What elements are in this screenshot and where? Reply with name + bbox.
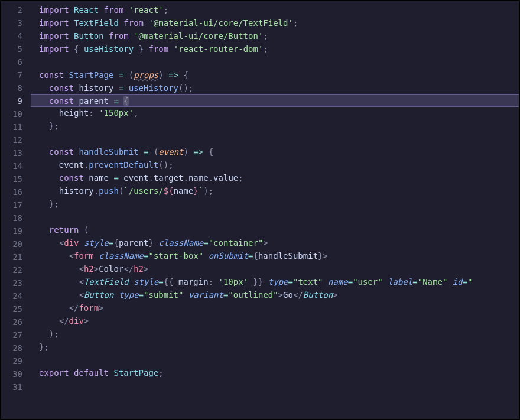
- code-line: <TextField style={{ margin: '10px' }} ty…: [31, 275, 519, 288]
- line-number: 16: [1, 185, 22, 198]
- code-line: event.preventDefault();: [31, 158, 519, 171]
- code-line: </form>: [31, 301, 519, 314]
- line-number: 22: [1, 263, 22, 276]
- code-line: const history = useHistory();: [31, 82, 519, 95]
- code-area[interactable]: import React from 'react'; import TextFi…: [31, 1, 519, 419]
- line-number: 26: [1, 315, 22, 328]
- code-line: import TextField from '@material-ui/core…: [31, 17, 519, 30]
- line-number: 19: [1, 224, 22, 237]
- code-line: [31, 353, 519, 366]
- code-line: <div style={parent} className="container…: [31, 236, 519, 249]
- code-line: import { useHistory } from 'react-router…: [31, 43, 519, 56]
- line-number: 14: [1, 159, 22, 172]
- code-line: import React from 'react';: [31, 4, 519, 17]
- code-line: export default StartPage;: [31, 366, 519, 379]
- line-number: 12: [1, 134, 22, 146]
- code-line: };: [31, 119, 519, 132]
- code-editor: 2345678910111213141516171819202122232425…: [1, 1, 519, 419]
- line-number: 7: [1, 69, 22, 82]
- code-line: [31, 379, 519, 392]
- line-number: 21: [1, 250, 22, 263]
- line-number: 13: [1, 146, 22, 159]
- line-number: 27: [1, 328, 22, 341]
- line-number: 30: [1, 367, 22, 380]
- code-line: const name = event.target.name.value;: [31, 171, 519, 184]
- line-number: 15: [1, 172, 22, 185]
- line-number: 9: [1, 95, 22, 108]
- code-line: import Button from '@material-ui/core/Bu…: [31, 30, 519, 43]
- line-number: 31: [1, 380, 22, 393]
- code-line: );: [31, 327, 519, 340]
- code-line: };: [31, 197, 519, 210]
- code-line: <h2>Color</h2>: [31, 262, 519, 275]
- code-line: history.push(`/users/${name}`);: [31, 184, 519, 197]
- code-line: [31, 210, 519, 223]
- line-number: 3: [1, 17, 22, 30]
- line-number: 11: [1, 121, 22, 134]
- line-number: 20: [1, 237, 22, 250]
- line-number: 18: [1, 211, 22, 224]
- line-number: 23: [1, 276, 22, 289]
- code-line: height: '150px',: [31, 106, 519, 119]
- line-number: 10: [1, 108, 22, 121]
- code-line: return (: [31, 223, 519, 236]
- line-number: 6: [1, 56, 22, 69]
- line-number: 2: [1, 4, 22, 17]
- code-line: </div>: [31, 314, 519, 327]
- line-number: 29: [1, 354, 22, 367]
- line-number: 24: [1, 289, 22, 302]
- line-number-gutter: 2345678910111213141516171819202122232425…: [1, 1, 31, 419]
- line-number: 17: [1, 198, 22, 211]
- line-number: 4: [1, 30, 22, 43]
- code-line-active: const parent = {: [31, 94, 519, 107]
- code-line: [31, 56, 519, 69]
- code-line: <Button type="submit" variant="outlined"…: [31, 288, 519, 301]
- code-line: const StartPage = (props) => {: [31, 69, 519, 82]
- code-line: <form className="start-box" onSubmit={ha…: [31, 249, 519, 262]
- line-number: 5: [1, 43, 22, 56]
- line-number: 25: [1, 302, 22, 315]
- line-number: 28: [1, 341, 22, 354]
- code-line: };: [31, 340, 519, 353]
- code-line: const handleSubmit = (event) => {: [31, 145, 519, 158]
- code-line: [31, 132, 519, 145]
- line-number: 8: [1, 82, 22, 95]
